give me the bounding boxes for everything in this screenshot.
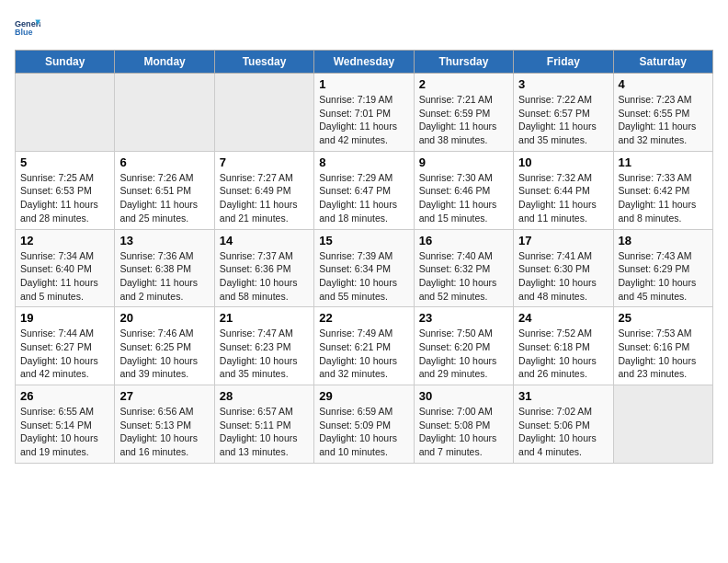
calendar-cell: 24Sunrise: 7:52 AM Sunset: 6:18 PM Dayli… bbox=[514, 307, 613, 385]
day-number: 29 bbox=[319, 389, 408, 403]
day-content: Sunrise: 7:21 AM Sunset: 6:59 PM Dayligh… bbox=[419, 93, 508, 147]
calendar-cell bbox=[16, 74, 115, 152]
day-number: 10 bbox=[518, 155, 608, 169]
day-content: Sunrise: 7:36 AM Sunset: 6:38 PM Dayligh… bbox=[119, 249, 209, 304]
day-number: 26 bbox=[20, 389, 109, 403]
day-content: Sunrise: 7:22 AM Sunset: 6:57 PM Dayligh… bbox=[518, 93, 608, 147]
day-number: 19 bbox=[20, 311, 109, 325]
day-content: Sunrise: 7:47 AM Sunset: 6:23 PM Dayligh… bbox=[220, 327, 309, 381]
calendar-week-5: 26Sunrise: 6:55 AM Sunset: 5:14 PM Dayli… bbox=[16, 385, 713, 464]
day-number: 1 bbox=[319, 77, 408, 91]
day-number: 17 bbox=[518, 234, 608, 247]
calendar-cell: 6Sunrise: 7:26 AM Sunset: 6:51 PM Daylig… bbox=[115, 151, 214, 229]
calendar-table: SundayMondayTuesdayWednesdayThursdayFrid… bbox=[15, 50, 713, 464]
day-number: 22 bbox=[319, 311, 408, 325]
day-content: Sunrise: 7:29 AM Sunset: 6:47 PM Dayligh… bbox=[319, 171, 408, 225]
day-number: 30 bbox=[419, 389, 508, 403]
calendar-cell: 18Sunrise: 7:43 AM Sunset: 6:29 PM Dayli… bbox=[613, 229, 712, 307]
day-number: 15 bbox=[319, 234, 408, 247]
day-content: Sunrise: 7:41 AM Sunset: 6:30 PM Dayligh… bbox=[518, 249, 608, 304]
day-number: 21 bbox=[220, 311, 309, 325]
calendar-cell: 23Sunrise: 7:50 AM Sunset: 6:20 PM Dayli… bbox=[414, 307, 513, 385]
day-content: Sunrise: 7:32 AM Sunset: 6:44 PM Dayligh… bbox=[518, 171, 608, 225]
day-number: 6 bbox=[119, 155, 209, 169]
weekday-header-tuesday: Tuesday bbox=[214, 51, 313, 74]
day-content: Sunrise: 7:49 AM Sunset: 6:21 PM Dayligh… bbox=[319, 327, 408, 381]
calendar-cell: 28Sunrise: 6:57 AM Sunset: 5:11 PM Dayli… bbox=[214, 385, 313, 464]
calendar-cell: 20Sunrise: 7:46 AM Sunset: 6:25 PM Dayli… bbox=[115, 307, 214, 385]
day-number: 7 bbox=[220, 155, 309, 169]
calendar-cell: 30Sunrise: 7:00 AM Sunset: 5:08 PM Dayli… bbox=[414, 385, 513, 464]
day-content: Sunrise: 7:46 AM Sunset: 6:25 PM Dayligh… bbox=[119, 327, 209, 381]
general-blue-icon: General Blue bbox=[15, 15, 40, 40]
day-content: Sunrise: 7:25 AM Sunset: 6:53 PM Dayligh… bbox=[20, 171, 109, 225]
day-number: 5 bbox=[20, 155, 109, 169]
day-content: Sunrise: 7:00 AM Sunset: 5:08 PM Dayligh… bbox=[419, 405, 508, 459]
calendar-week-2: 5Sunrise: 7:25 AM Sunset: 6:53 PM Daylig… bbox=[16, 151, 713, 229]
day-content: Sunrise: 7:53 AM Sunset: 6:16 PM Dayligh… bbox=[619, 327, 708, 381]
day-number: 16 bbox=[419, 234, 508, 247]
calendar-cell: 26Sunrise: 6:55 AM Sunset: 5:14 PM Dayli… bbox=[16, 385, 115, 464]
day-content: Sunrise: 7:39 AM Sunset: 6:34 PM Dayligh… bbox=[319, 249, 408, 304]
day-content: Sunrise: 7:19 AM Sunset: 7:01 PM Dayligh… bbox=[319, 93, 408, 147]
calendar-cell: 7Sunrise: 7:27 AM Sunset: 6:49 PM Daylig… bbox=[214, 151, 313, 229]
calendar-cell bbox=[613, 385, 712, 464]
calendar-header: SundayMondayTuesdayWednesdayThursdayFrid… bbox=[16, 51, 713, 74]
calendar-cell: 27Sunrise: 6:56 AM Sunset: 5:13 PM Dayli… bbox=[115, 385, 214, 464]
calendar-cell: 12Sunrise: 7:34 AM Sunset: 6:40 PM Dayli… bbox=[16, 229, 115, 307]
calendar-cell: 1Sunrise: 7:19 AM Sunset: 7:01 PM Daylig… bbox=[314, 74, 414, 152]
calendar-body: 1Sunrise: 7:19 AM Sunset: 7:01 PM Daylig… bbox=[16, 74, 713, 464]
calendar-cell: 9Sunrise: 7:30 AM Sunset: 6:46 PM Daylig… bbox=[414, 151, 513, 229]
calendar-cell: 4Sunrise: 7:23 AM Sunset: 6:55 PM Daylig… bbox=[613, 74, 712, 152]
weekday-header-friday: Friday bbox=[514, 51, 613, 74]
day-number: 28 bbox=[220, 389, 309, 403]
calendar-cell: 10Sunrise: 7:32 AM Sunset: 6:44 PM Dayli… bbox=[514, 151, 613, 229]
calendar-cell: 16Sunrise: 7:40 AM Sunset: 6:32 PM Dayli… bbox=[414, 229, 513, 307]
weekday-header-saturday: Saturday bbox=[613, 51, 712, 74]
weekday-header-wednesday: Wednesday bbox=[314, 51, 414, 74]
calendar-cell: 25Sunrise: 7:53 AM Sunset: 6:16 PM Dayli… bbox=[613, 307, 712, 385]
day-content: Sunrise: 7:52 AM Sunset: 6:18 PM Dayligh… bbox=[518, 327, 608, 381]
weekday-header-thursday: Thursday bbox=[414, 51, 513, 74]
day-number: 3 bbox=[518, 77, 608, 91]
calendar-cell: 11Sunrise: 7:33 AM Sunset: 6:42 PM Dayli… bbox=[613, 151, 712, 229]
day-content: Sunrise: 6:57 AM Sunset: 5:11 PM Dayligh… bbox=[220, 405, 309, 459]
day-content: Sunrise: 7:30 AM Sunset: 6:46 PM Dayligh… bbox=[419, 171, 508, 225]
day-content: Sunrise: 7:37 AM Sunset: 6:36 PM Dayligh… bbox=[220, 249, 309, 304]
day-number: 18 bbox=[619, 234, 708, 247]
calendar-week-4: 19Sunrise: 7:44 AM Sunset: 6:27 PM Dayli… bbox=[16, 307, 713, 385]
day-number: 8 bbox=[319, 155, 408, 169]
day-content: Sunrise: 7:27 AM Sunset: 6:49 PM Dayligh… bbox=[220, 171, 309, 225]
header-row: SundayMondayTuesdayWednesdayThursdayFrid… bbox=[16, 51, 713, 74]
calendar-week-3: 12Sunrise: 7:34 AM Sunset: 6:40 PM Dayli… bbox=[16, 229, 713, 307]
calendar-cell: 13Sunrise: 7:36 AM Sunset: 6:38 PM Dayli… bbox=[115, 229, 214, 307]
day-number: 27 bbox=[119, 389, 209, 403]
day-number: 24 bbox=[518, 311, 608, 325]
calendar-cell: 29Sunrise: 6:59 AM Sunset: 5:09 PM Dayli… bbox=[314, 385, 414, 464]
calendar-cell: 17Sunrise: 7:41 AM Sunset: 6:30 PM Dayli… bbox=[514, 229, 613, 307]
day-number: 31 bbox=[518, 389, 608, 403]
day-content: Sunrise: 7:40 AM Sunset: 6:32 PM Dayligh… bbox=[419, 249, 508, 304]
day-number: 4 bbox=[619, 77, 708, 91]
logo: General Blue bbox=[15, 15, 44, 40]
day-number: 12 bbox=[20, 234, 109, 247]
calendar-week-1: 1Sunrise: 7:19 AM Sunset: 7:01 PM Daylig… bbox=[16, 74, 713, 152]
day-content: Sunrise: 7:02 AM Sunset: 5:06 PM Dayligh… bbox=[518, 405, 608, 459]
day-content: Sunrise: 6:55 AM Sunset: 5:14 PM Dayligh… bbox=[20, 405, 109, 459]
calendar-cell: 15Sunrise: 7:39 AM Sunset: 6:34 PM Dayli… bbox=[314, 229, 414, 307]
calendar-cell bbox=[115, 74, 214, 152]
day-number: 23 bbox=[419, 311, 508, 325]
day-number: 14 bbox=[220, 234, 309, 247]
calendar-cell: 2Sunrise: 7:21 AM Sunset: 6:59 PM Daylig… bbox=[414, 74, 513, 152]
top-bar: General Blue bbox=[15, 15, 713, 44]
calendar-cell: 5Sunrise: 7:25 AM Sunset: 6:53 PM Daylig… bbox=[16, 151, 115, 229]
calendar-cell: 3Sunrise: 7:22 AM Sunset: 6:57 PM Daylig… bbox=[514, 74, 613, 152]
calendar-cell: 14Sunrise: 7:37 AM Sunset: 6:36 PM Dayli… bbox=[214, 229, 313, 307]
day-number: 9 bbox=[419, 155, 508, 169]
day-content: Sunrise: 7:33 AM Sunset: 6:42 PM Dayligh… bbox=[619, 171, 708, 225]
day-content: Sunrise: 7:44 AM Sunset: 6:27 PM Dayligh… bbox=[20, 327, 109, 381]
day-number: 25 bbox=[619, 311, 708, 325]
day-content: Sunrise: 7:34 AM Sunset: 6:40 PM Dayligh… bbox=[20, 249, 109, 304]
day-content: Sunrise: 6:59 AM Sunset: 5:09 PM Dayligh… bbox=[319, 405, 408, 459]
calendar-cell: 21Sunrise: 7:47 AM Sunset: 6:23 PM Dayli… bbox=[214, 307, 313, 385]
